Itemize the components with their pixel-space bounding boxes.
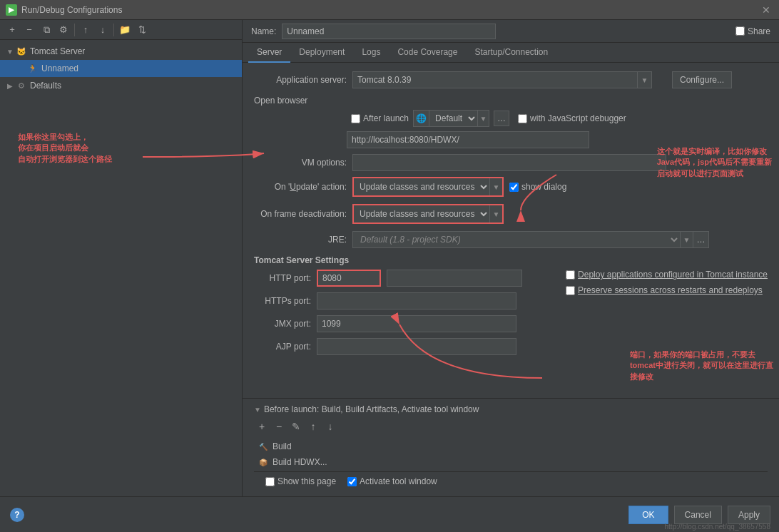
toolbar-sep-2: [113, 24, 114, 36]
show-this-page-checkbox[interactable]: [265, 477, 275, 486]
activate-tool-window-label[interactable]: Activate tool window: [347, 476, 437, 486]
frame-deactivation-select[interactable]: Update classes and resources Redeploy Up…: [354, 205, 489, 222]
artifact-icon: 📦: [258, 457, 268, 467]
show-this-page-text: Show this page: [278, 476, 336, 486]
tomcat-server-label: Tomcat Server: [30, 46, 85, 56]
bl-down-button[interactable]: ↓: [322, 419, 338, 434]
on-update-row: On 'Update' action: Update classes and r…: [254, 177, 768, 197]
https-port-input[interactable]: [317, 292, 516, 310]
on-frame-deactivation-label: On frame deactivation:: [254, 209, 347, 219]
before-launch-arrow[interactable]: ▼: [254, 406, 261, 414]
content-area: Application server: ▼ Configure... Open …: [243, 63, 779, 398]
browser-icon: 🌐: [414, 111, 429, 126]
activate-tool-window-checkbox[interactable]: [347, 477, 357, 486]
deploy-apps-label: Deploy applications configured in Tomcat…: [578, 270, 768, 280]
defaults-icon: ⚙: [16, 80, 27, 91]
close-button[interactable]: ✕: [759, 4, 773, 16]
tree-item-unnamed[interactable]: 🏃 Unnamed: [0, 60, 242, 77]
jmx-port-input[interactable]: [317, 315, 516, 332]
https-port-row: HTTPs port:: [254, 292, 537, 310]
share-checkbox[interactable]: [735, 26, 745, 36]
browser-select[interactable]: Default: [429, 111, 477, 126]
move-down-button[interactable]: ↓: [95, 22, 111, 38]
share-label: Share: [748, 26, 770, 36]
move-up-button[interactable]: ↑: [78, 22, 93, 38]
jre-row: JRE: Default (1.8 - project SDK) ▼ …: [254, 231, 768, 248]
add-button[interactable]: +: [4, 22, 20, 38]
after-launch-checkbox[interactable]: [351, 114, 360, 123]
ajp-port-input[interactable]: [317, 338, 516, 355]
toolbar-sep-1: [74, 24, 75, 36]
app-server-row: Application server: ▼ Configure...: [254, 71, 768, 88]
jre-more-button[interactable]: …: [693, 231, 709, 248]
http-port-extra-input[interactable]: [387, 270, 522, 287]
tab-startup-connection[interactable]: Startup/Connection: [466, 43, 556, 63]
js-debugger-checkbox[interactable]: [518, 114, 527, 123]
bottom-checkboxes: Show this page Activate tool window: [254, 471, 768, 491]
folder-button[interactable]: 📁: [117, 22, 133, 38]
jre-select[interactable]: Default (1.8 - project SDK): [352, 231, 681, 248]
http-port-label: HTTP port:: [254, 273, 311, 283]
https-port-label: HTTPs port:: [254, 296, 311, 306]
show-dialog-checkbox[interactable]: [509, 183, 519, 192]
tomcat-settings-title: Tomcat Server Settings: [254, 255, 349, 265]
bl-item-build: 🔨 Build: [254, 439, 768, 454]
tab-code-coverage[interactable]: Code Coverage: [389, 43, 466, 63]
browser-dropdown-arrow[interactable]: ▼: [477, 111, 489, 126]
vm-options-row: VM options:: [254, 154, 768, 171]
tab-deployment[interactable]: Deployment: [290, 43, 353, 63]
open-browser-header: Open browser: [254, 96, 307, 106]
browser-more-button[interactable]: …: [494, 111, 509, 126]
copy-button[interactable]: ⧉: [39, 22, 54, 38]
sort-button[interactable]: ⇅: [134, 22, 150, 38]
right-panel: Name: Share Server Deployment Logs Code …: [243, 20, 779, 496]
app-server-dropdown-arrow[interactable]: ▼: [638, 71, 652, 88]
help-button[interactable]: ?: [10, 508, 24, 522]
configure-button[interactable]: Configure...: [672, 71, 732, 88]
js-debugger-label[interactable]: with JavaScript debugger: [518, 113, 626, 123]
preserve-sessions-label: Preserve sessions across restarts and re…: [578, 285, 763, 295]
show-this-page-label[interactable]: Show this page: [265, 476, 336, 486]
deploy-apps-row: Deploy applications configured in Tomcat…: [566, 270, 768, 280]
jmx-port-label: JMX port:: [254, 319, 311, 329]
before-launch-list: 🔨 Build 📦 Build HDWX...: [254, 437, 768, 471]
tab-logs[interactable]: Logs: [353, 43, 389, 63]
tab-bar: Server Deployment Logs Code Coverage Sta…: [243, 43, 779, 63]
activate-tool-window-text: Activate tool window: [360, 476, 437, 486]
tab-server[interactable]: Server: [248, 43, 290, 63]
vm-options-input[interactable]: [352, 154, 666, 171]
jre-dropdown-arrow[interactable]: ▼: [681, 231, 693, 248]
after-launch-checkbox-label[interactable]: After launch: [351, 113, 409, 123]
browser-row: After launch 🌐 Default ▼ … with JavaScri…: [254, 110, 768, 127]
tree-item-defaults[interactable]: ▶ ⚙ Defaults: [0, 77, 242, 94]
app-server-label: Application server:: [254, 75, 347, 85]
update-action-arrow[interactable]: ▼: [489, 178, 502, 195]
jre-label: JRE:: [254, 235, 347, 245]
name-input[interactable]: [282, 24, 496, 39]
deploy-apps-checkbox[interactable]: [566, 270, 575, 280]
http-port-input[interactable]: [317, 270, 381, 287]
browser-select-group: 🌐 Default ▼: [413, 110, 489, 127]
ajp-port-row: AJP port:: [254, 338, 537, 355]
bl-edit-button[interactable]: ✎: [288, 419, 304, 434]
tree-item-tomcat-server[interactable]: ▼ 🐱 Tomcat Server: [0, 43, 242, 60]
bl-remove-button[interactable]: −: [271, 419, 287, 434]
name-label: Name:: [251, 26, 276, 36]
bl-add-button[interactable]: +: [254, 419, 270, 434]
run-icon: 🏃: [27, 63, 39, 74]
settings-config-button[interactable]: ⚙: [56, 22, 71, 38]
on-update-label: On 'Update' action:: [254, 182, 347, 192]
vm-options-label: VM options:: [254, 158, 347, 168]
jre-dropdown-wrapper: Default (1.8 - project SDK) ▼ …: [352, 231, 709, 248]
url-input[interactable]: [347, 131, 589, 148]
update-action-dropdown: Update classes and resources Redeploy Up…: [352, 177, 504, 197]
url-row: [254, 131, 768, 148]
frame-deactivation-dropdown: Update classes and resources Redeploy Up…: [352, 204, 504, 224]
bl-up-button[interactable]: ↑: [305, 419, 321, 434]
ajp-port-label: AJP port:: [254, 342, 311, 352]
remove-button[interactable]: −: [21, 22, 37, 38]
update-action-select[interactable]: Update classes and resources Redeploy Up…: [354, 178, 489, 195]
frame-deactivation-arrow[interactable]: ▼: [489, 205, 502, 222]
show-dialog-label[interactable]: show dialog: [509, 182, 566, 192]
preserve-sessions-checkbox[interactable]: [566, 286, 575, 295]
